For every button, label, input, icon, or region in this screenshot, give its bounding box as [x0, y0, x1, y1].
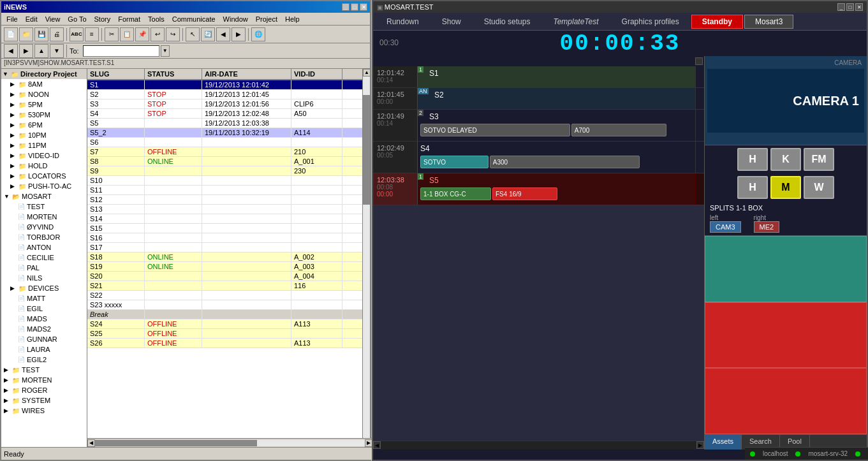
cam3-button[interactable]: CAM3: [710, 221, 741, 233]
menu-help[interactable]: Help: [281, 14, 304, 24]
root-expander[interactable]: ▼: [3, 71, 10, 77]
scroll-track[interactable]: [363, 77, 370, 442]
table-row[interactable]: S24 OFFLINE A113: [87, 319, 362, 329]
maximize-button[interactable]: □: [351, 3, 358, 11]
col-header-vidid[interactable]: VID-ID: [291, 69, 342, 79]
button-h-2[interactable]: H: [737, 176, 768, 199]
timeline-scroll-handle[interactable]: [695, 57, 703, 65]
table-row[interactable]: S4 STOP 19/12/2013 12:02:48 A50: [87, 109, 362, 119]
sidebar-item-gunnar[interactable]: 📄 GUNNAR: [1, 334, 87, 344]
sidebar-item-cecilie[interactable]: 📄 CECILIE: [1, 252, 87, 263]
table-row[interactable]: S20 A_004: [87, 272, 362, 281]
scroll-left-button[interactable]: ◀: [87, 439, 95, 447]
sidebar-item-laura[interactable]: 📄 LAURA: [1, 344, 87, 355]
table-row[interactable]: S7 OFFLINE 210: [87, 147, 362, 157]
button-fm[interactable]: FM: [804, 148, 834, 171]
col-header-slug[interactable]: SLUG: [87, 69, 145, 79]
table-row[interactable]: S19 ONLINE A_003: [87, 262, 362, 272]
table-row[interactable]: S13: [87, 205, 362, 214]
sidebar-item-5pm[interactable]: ▶ 📁 5PM: [1, 99, 87, 110]
sidebar-item-roger[interactable]: ▶ 📁 ROGER: [1, 385, 87, 395]
sidebar-item-system[interactable]: ▶ 📁 SYSTEM: [1, 395, 87, 406]
sidebar-item-noon[interactable]: ▶ 📁 NOON: [1, 89, 87, 99]
timeline-row-s5[interactable]: 12:03:38 00:08 00:00 1 S5 1-1 BOX CG-C F…: [373, 173, 704, 205]
tl-scroll-track[interactable]: [381, 441, 696, 450]
table-row[interactable]: S6: [87, 138, 362, 147]
sidebar-item-push-to-ac[interactable]: ▶ 📁 PUSH-TO-AC: [1, 181, 87, 191]
close-button[interactable]: ✕: [360, 3, 367, 11]
scroll-up-button[interactable]: ▲: [363, 69, 370, 77]
table-row-break[interactable]: Break: [87, 310, 362, 319]
timeline-hscroll[interactable]: ◀ ▶: [373, 441, 704, 450]
rundown-table[interactable]: SLUG STATUS AIR-DATE VID-ID S1 19/12/201…: [87, 69, 362, 450]
cut-icon[interactable]: ✂: [105, 27, 119, 41]
tab-mosart3[interactable]: Mosart3: [744, 15, 793, 29]
menu-view[interactable]: View: [41, 14, 64, 24]
me2-button[interactable]: ME2: [754, 221, 780, 233]
sidebar-item-8am[interactable]: ▶ 📁 8AM: [1, 79, 87, 89]
table-row[interactable]: S18 ONLINE A_002: [87, 252, 362, 262]
sidebar-item-11pm[interactable]: ▶ 📁 11PM: [1, 140, 87, 150]
sidebar-item-mads2[interactable]: 📄 MADS2: [1, 324, 87, 334]
menu-file[interactable]: File: [3, 14, 22, 24]
table-row[interactable]: S23 xxxxx: [87, 300, 362, 310]
vertical-scrollbar[interactable]: ▲ ▼: [362, 69, 370, 450]
undo-icon[interactable]: ↩: [151, 27, 165, 41]
tl-scroll-left[interactable]: ◀: [373, 441, 381, 449]
menu-format[interactable]: Format: [114, 14, 144, 24]
button-m[interactable]: M: [770, 176, 801, 199]
abc-icon[interactable]: ABC: [70, 27, 84, 41]
timeline-row-s2[interactable]: 12:01:45 00:00 AN S2: [373, 88, 704, 110]
table-row[interactable]: S8 ONLINE A_001: [87, 157, 362, 166]
scroll-thumb[interactable]: [363, 95, 370, 205]
mosart-minimize[interactable]: _: [837, 3, 845, 11]
to-dropdown[interactable]: ▼: [161, 45, 170, 57]
table-row[interactable]: S2 STOP 19/12/2013 12:01:45: [87, 90, 362, 99]
table-row[interactable]: S12: [87, 195, 362, 205]
table-row[interactable]: S5_2 19/11/2013 10:32:19 A114: [87, 128, 362, 138]
tab-graphics-profiles[interactable]: Graphics profiles: [611, 15, 690, 29]
sidebar-item-devices[interactable]: ▶ 📁 DEVICES: [1, 283, 87, 293]
sidebar-item-10pm[interactable]: ▶ 📁 10PM: [1, 130, 87, 140]
save-icon[interactable]: 💾: [34, 27, 48, 41]
copy-icon[interactable]: 📋: [120, 27, 134, 41]
forward-icon[interactable]: ▶: [232, 27, 246, 41]
menu-story[interactable]: Story: [91, 14, 115, 24]
table-row[interactable]: S16: [87, 233, 362, 243]
minimize-button[interactable]: _: [342, 3, 349, 11]
sidebar-item-morten1[interactable]: 📄 MORTEN: [1, 212, 87, 222]
sidebar-item-matt[interactable]: 📄 MATT: [1, 293, 87, 304]
format-icon[interactable]: ≡: [85, 27, 99, 41]
sidebar-item-torbjor[interactable]: 📄 TORBJOR: [1, 232, 87, 242]
mosart-maximize[interactable]: □: [846, 3, 854, 11]
red-button-1[interactable]: [705, 302, 867, 369]
table-row[interactable]: S10: [87, 176, 362, 186]
button-h-1[interactable]: H: [737, 148, 768, 171]
globe-icon[interactable]: 🌐: [251, 27, 265, 41]
sidebar-item-egil2[interactable]: 📄 EGIL2: [1, 355, 87, 365]
button-w[interactable]: W: [804, 176, 834, 199]
button-k[interactable]: K: [770, 148, 801, 171]
sidebar-item-locators[interactable]: ▶ 📁 LOCATORS: [1, 171, 87, 181]
sidebar-item-test2[interactable]: ▶ 📁 TEST: [1, 365, 87, 375]
tl-scroll-right[interactable]: ▶: [696, 441, 704, 449]
table-row[interactable]: S3 STOP 19/12/2013 12:01:56 CLIP6: [87, 99, 362, 109]
horizontal-scrollbar[interactable]: ◀ ▶: [87, 438, 372, 447]
sidebar-item-nils[interactable]: 📄 NILS: [1, 273, 87, 283]
new-icon[interactable]: 📄: [4, 27, 18, 41]
tab-show[interactable]: Show: [431, 15, 472, 29]
sidebar-item-mads[interactable]: 📄 MADS: [1, 314, 87, 324]
table-row[interactable]: S21 116: [87, 281, 362, 291]
menu-goto[interactable]: Go To: [64, 14, 90, 24]
up-icon[interactable]: ▲: [34, 44, 48, 58]
file-tree[interactable]: ▼ 📁 Directory Project ▶ 📁 8AM ▶ 📁 NOON ▶…: [1, 69, 87, 450]
sidebar-item-test1[interactable]: 📄 TEST: [1, 201, 87, 212]
sidebar-item-oyvind[interactable]: 📄 ØYVIND: [1, 222, 87, 232]
col-header-airdate[interactable]: AIR-DATE: [202, 69, 291, 79]
arrow-icon[interactable]: ↖: [186, 27, 200, 41]
table-row[interactable]: S14: [87, 214, 362, 224]
table-row[interactable]: S22: [87, 291, 362, 300]
table-row[interactable]: S1 19/12/2013 12:01:42: [87, 80, 362, 90]
tab-studio-setups[interactable]: Studio setups: [473, 15, 541, 29]
down-icon[interactable]: ▼: [50, 44, 64, 58]
